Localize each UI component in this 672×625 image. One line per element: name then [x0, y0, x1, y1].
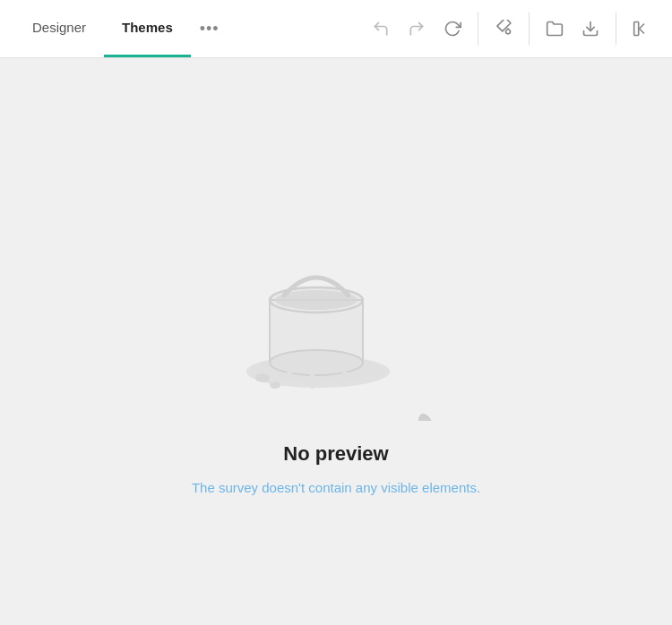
more-menu-button[interactable]: •••: [191, 20, 228, 39]
paint-button[interactable]: [487, 13, 520, 45]
undo-button[interactable]: [365, 13, 397, 45]
tab-group: Designer Themes •••: [14, 0, 228, 57]
svg-point-5: [270, 381, 280, 389]
tab-themes[interactable]: Themes: [104, 0, 191, 57]
toolbar-divider-1: [478, 13, 478, 45]
svg-point-13: [417, 412, 435, 421]
toolbar: [365, 13, 658, 45]
svg-point-4: [255, 373, 270, 382]
toolbar-divider-2: [529, 13, 530, 45]
refresh-button[interactable]: [436, 13, 469, 45]
more-dots-label: •••: [200, 20, 220, 39]
main-content: No preview The survey doesn't contain an…: [0, 58, 672, 625]
no-preview-title: No preview: [283, 442, 388, 466]
tab-designer[interactable]: Designer: [14, 0, 104, 57]
empty-state-illustration: [211, 188, 461, 421]
svg-rect-1: [634, 22, 639, 36]
header: Designer Themes •••: [0, 0, 672, 58]
tab-themes-label: Themes: [122, 20, 173, 35]
tab-designer-label: Designer: [32, 20, 86, 35]
folder-button[interactable]: [538, 13, 571, 45]
download-button[interactable]: [574, 13, 607, 45]
exit-button[interactable]: [625, 13, 658, 45]
svg-point-8: [270, 350, 363, 375]
redo-button[interactable]: [401, 13, 433, 45]
no-preview-subtitle: The survey doesn't contain any visible e…: [192, 480, 480, 495]
toolbar-divider-3: [616, 13, 616, 45]
